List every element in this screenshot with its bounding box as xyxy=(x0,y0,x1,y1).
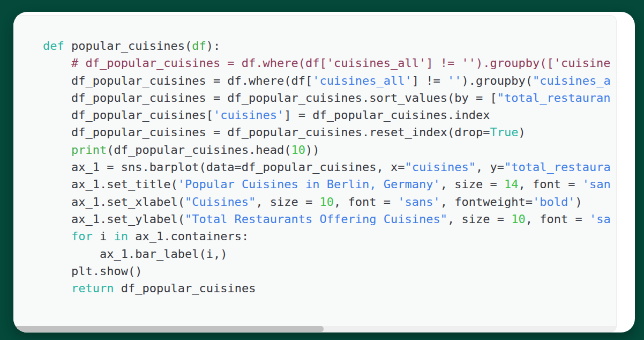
code-line: ax_1.set_xlabel("Cuisines", size = 10, f… xyxy=(43,194,616,211)
code-line: plt.show() xyxy=(43,263,616,280)
code-line: def popular_cuisines(df): xyxy=(43,38,616,55)
code-line: df_popular_cuisines['cuisines'] = df_pop… xyxy=(43,107,616,124)
code-line: ax_1.set_ylabel("Total Restaurants Offer… xyxy=(43,211,616,228)
code-line: df_popular_cuisines = df_popular_cuisine… xyxy=(43,90,616,107)
code-line: ax_1 = sns.barplot(data=df_popular_cuisi… xyxy=(43,159,616,176)
code-line: ax_1.set_title('Popular Cuisines in Berl… xyxy=(43,176,616,193)
code-content: def popular_cuisines(df): # df_popular_c… xyxy=(13,16,616,297)
page-background: def popular_cuisines(df): # df_popular_c… xyxy=(0,0,644,340)
code-line: ax_1.bar_label(i,) xyxy=(43,246,616,263)
code-line: for i in ax_1.containers: xyxy=(43,228,616,245)
code-line: df_popular_cuisines = df.where(df['cuisi… xyxy=(43,72,616,90)
code-block: def popular_cuisines(df): # df_popular_c… xyxy=(13,15,617,332)
horizontal-scrollbar[interactable] xyxy=(13,326,616,332)
code-line: print(df_popular_cuisines.head(10)) xyxy=(43,142,616,159)
code-line: df_popular_cuisines = df_popular_cuisine… xyxy=(43,124,616,141)
scrollbar-thumb[interactable] xyxy=(13,326,324,332)
code-card: def popular_cuisines(df): # df_popular_c… xyxy=(13,12,635,332)
code-line: # df_popular_cuisines = df.where(df['cui… xyxy=(43,55,616,72)
code-line: return df_popular_cuisines xyxy=(43,280,616,297)
